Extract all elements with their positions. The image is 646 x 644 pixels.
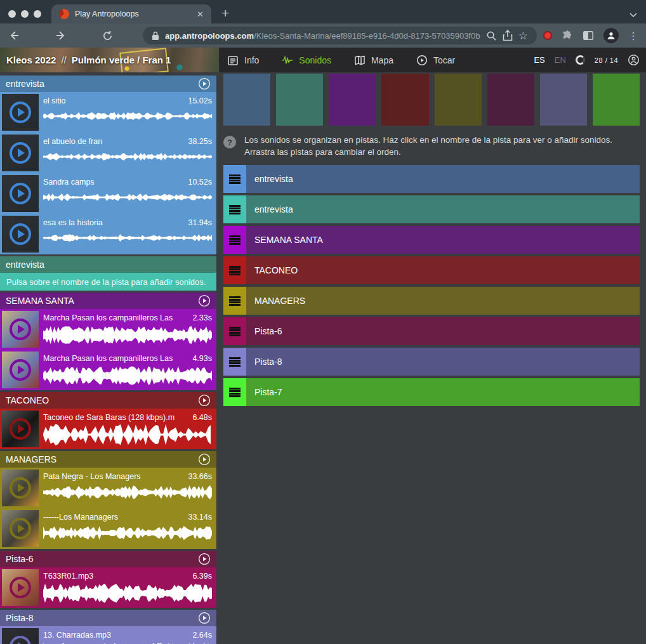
drag-handle[interactable]: [223, 226, 246, 254]
browser-tab-strip: Play Antropoloops ✕ +: [0, 0, 646, 23]
drag-handle[interactable]: [223, 256, 246, 284]
forward-arrow-icon[interactable]: [55, 29, 67, 42]
track-row-body[interactable]: entrevista: [246, 195, 640, 223]
minimize-window-button[interactable]: [21, 10, 29, 18]
nav-tab-sonidos[interactable]: Sonidos: [282, 55, 331, 66]
track-row[interactable]: Pista-6: [223, 317, 640, 345]
side-panel-icon[interactable]: [583, 30, 594, 41]
clip-thumbnail[interactable]: [2, 352, 39, 388]
drag-handle[interactable]: [223, 378, 246, 406]
account-icon[interactable]: [628, 54, 640, 66]
zoom-window-button[interactable]: [34, 10, 41, 18]
window-controls[interactable]: [8, 10, 41, 18]
track-row[interactable]: SEMANA SANTA: [223, 226, 640, 254]
browser-tab[interactable]: Play Antropoloops ✕: [51, 4, 211, 23]
record-extension-icon[interactable]: [543, 31, 552, 40]
clip-thumbnail[interactable]: [2, 94, 39, 131]
extensions-icon[interactable]: [562, 30, 573, 41]
star-icon[interactable]: ☆: [518, 30, 528, 41]
lang-en-button[interactable]: EN: [555, 55, 566, 65]
clip-row[interactable]: el sitio15.02s: [0, 92, 216, 133]
menu-icon[interactable]: ⋮: [628, 30, 638, 42]
track-row[interactable]: entrevista: [223, 165, 640, 193]
track-row-body[interactable]: entrevista: [246, 165, 640, 193]
track-row[interactable]: entrevista: [223, 195, 640, 223]
nav-tab-mapa[interactable]: Mapa: [354, 55, 393, 66]
new-tab-button[interactable]: +: [221, 6, 229, 21]
clip-thumbnail[interactable]: [2, 569, 39, 606]
share-icon[interactable]: [503, 30, 513, 41]
track-row-body[interactable]: Pista-6: [246, 317, 640, 345]
track-color-swatch[interactable]: [435, 74, 482, 126]
nav-tab-tocar[interactable]: Tocar: [416, 55, 455, 66]
clip-thumbnail[interactable]: [2, 411, 39, 447]
clip-thumbnail[interactable]: [2, 175, 39, 212]
clip-thumbnail[interactable]: [2, 510, 39, 547]
track-header[interactable]: TACONEO: [0, 392, 216, 409]
track-header[interactable]: Pista-6: [0, 551, 216, 567]
drag-handle[interactable]: [223, 165, 246, 193]
track-row[interactable]: TACONEO: [223, 256, 640, 284]
back-arrow-icon[interactable]: [8, 29, 20, 42]
clip-row[interactable]: Pata Negra - Los Managers33.66s: [0, 468, 216, 508]
drag-handle[interactable]: [223, 195, 246, 223]
track-row-label: TACONEO: [254, 265, 298, 275]
tab-search-chevron-icon[interactable]: [630, 13, 637, 17]
clip-row[interactable]: Taconeo de Sara Baras (128 kbps).mp36.48…: [0, 409, 216, 449]
track-header[interactable]: entrevista: [0, 76, 216, 92]
drag-handle[interactable]: [223, 287, 246, 315]
track-play-button[interactable]: [198, 612, 211, 624]
clip-row[interactable]: esa es la historia31.94s: [0, 214, 216, 254]
clip-row[interactable]: ------Los Mananagers33.14s: [0, 508, 216, 549]
track-header[interactable]: entrevista: [0, 256, 216, 273]
track-row[interactable]: Pista-8: [223, 348, 640, 376]
track-color-swatch[interactable]: [329, 74, 376, 126]
track-play-button[interactable]: [198, 453, 211, 466]
drag-handle[interactable]: [223, 348, 246, 376]
track-color-swatch[interactable]: [593, 74, 640, 126]
clip-thumbnail[interactable]: [2, 216, 39, 253]
track-header[interactable]: Pista-8: [0, 610, 216, 626]
track-row-body[interactable]: Pista-7: [246, 378, 640, 406]
track-row-label: entrevista: [254, 204, 293, 214]
nav-tab-info[interactable]: Info: [227, 55, 259, 66]
clip-thumbnail[interactable]: [2, 311, 39, 348]
track-color-swatch[interactable]: [381, 74, 428, 126]
track-row-body[interactable]: SEMANA SANTA: [246, 226, 640, 254]
track-row[interactable]: Pista-7: [223, 378, 640, 406]
track-play-button[interactable]: [198, 294, 211, 307]
clip-row[interactable]: Sandra camps10.52s: [0, 173, 216, 214]
clip-thumbnail[interactable]: [2, 470, 39, 506]
track-color-swatch[interactable]: [223, 74, 270, 126]
track-row-body[interactable]: Pista-8: [246, 348, 640, 376]
close-tab-icon[interactable]: ✕: [197, 10, 204, 19]
reload-icon[interactable]: [102, 30, 114, 42]
track-play-button[interactable]: [198, 553, 211, 565]
clip-play-icon: [10, 183, 31, 204]
clip-row[interactable]: Marcha Pasan los campanilleros Las Mejor…: [0, 350, 216, 390]
clip-play-icon: [10, 359, 31, 381]
track-header[interactable]: SEMANA SANTA: [0, 292, 216, 309]
close-window-button[interactable]: [8, 10, 16, 18]
lang-es-button[interactable]: ES: [534, 55, 544, 65]
track-color-swatch[interactable]: [540, 74, 587, 126]
clip-row[interactable]: 13. Charradas.mp32.64s: [0, 626, 216, 644]
clip-thumbnail[interactable]: [2, 135, 39, 171]
clip-row[interactable]: el abuelo de fran38.25s: [0, 133, 216, 173]
search-icon[interactable]: [486, 30, 497, 41]
track-row-body[interactable]: MANAGERS: [246, 287, 640, 315]
track-row-body[interactable]: TACONEO: [246, 256, 640, 284]
track-color-swatch[interactable]: [487, 74, 534, 126]
clip-thumbnail[interactable]: [2, 628, 39, 644]
address-bar[interactable]: app.antropoloops.com/Kleos-Santa-Marina/…: [143, 27, 537, 44]
track-play-button[interactable]: [198, 394, 211, 407]
help-icon[interactable]: ?: [223, 136, 236, 148]
track-play-button[interactable]: [198, 77, 211, 90]
clip-row[interactable]: T633R01.mp36.39s: [0, 567, 216, 608]
track-color-swatch[interactable]: [276, 74, 323, 126]
track-row[interactable]: MANAGERS: [223, 287, 640, 315]
profile-icon[interactable]: [603, 28, 619, 43]
drag-handle[interactable]: [223, 317, 246, 345]
clip-row[interactable]: Marcha Pasan los campanilleros Las Mejor…: [0, 309, 216, 350]
track-header[interactable]: MANAGERS: [0, 451, 216, 468]
